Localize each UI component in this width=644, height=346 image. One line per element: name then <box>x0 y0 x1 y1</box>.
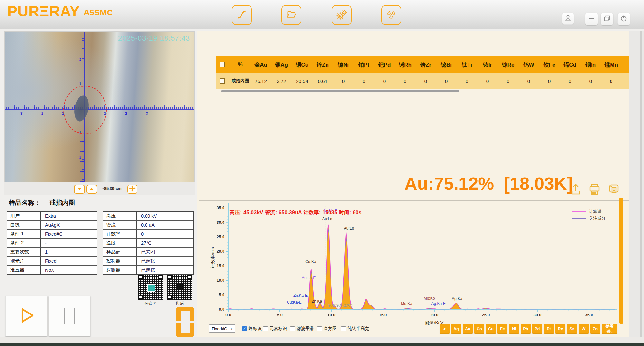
element-column-header: 铑Rh <box>395 61 415 68</box>
chart-option-5[interactable]: 纯银半高宽 <box>341 326 369 332</box>
condition-select-value: Fixed#C <box>212 326 227 331</box>
x-tick-label: 5.0 <box>277 313 282 317</box>
peak-label: Cu:Ka-E <box>287 300 301 305</box>
move-up-button[interactable] <box>86 185 97 194</box>
chart-option-3[interactable]: 滤波平滑 <box>290 326 314 332</box>
element-filter-[interactable]: 参考谱.. <box>602 324 617 334</box>
export-button[interactable] <box>570 183 582 196</box>
service-qr-badge <box>176 284 183 290</box>
y-tick-label: 25.0 <box>217 235 224 239</box>
param-value: Extra <box>41 212 97 220</box>
element-filter-Cu[interactable]: Cu <box>486 324 496 334</box>
results-table-row[interactable]: 戒指内圈 75.123.7220.540.6100000000000000 <box>216 73 629 89</box>
element-column-header: 铟In <box>580 61 601 68</box>
element-filter-Fe[interactable]: Fe <box>497 324 507 334</box>
checkbox-checked-icon[interactable]: ✓ <box>242 326 247 331</box>
element-column-header: 铱Ir <box>477 61 498 68</box>
folder-icon <box>285 8 298 22</box>
xray-source-button[interactable] <box>381 5 401 25</box>
element-column-header: 钨W <box>518 61 539 68</box>
results-table-hscrollbar[interactable] <box>221 90 459 92</box>
chart-vscrollbar[interactable] <box>619 198 623 324</box>
element-filter-Zn[interactable]: Zn <box>590 324 600 334</box>
chart-option-2[interactable]: 元素标识 <box>263 326 287 332</box>
y-tick-label: 30.0 <box>217 220 224 225</box>
calculated-spectrum-line <box>228 225 615 309</box>
h-ruler-number: 3 <box>146 111 148 116</box>
brand: PURΞRAY A5SMC <box>7 4 113 19</box>
param-value: 0.00 kV <box>137 212 193 220</box>
param-row: 曲线AuAgX <box>7 220 97 229</box>
element-filter-Pt[interactable]: Pt <box>544 324 554 334</box>
checkbox-unchecked-icon[interactable] <box>317 326 322 331</box>
chart-option-1[interactable]: ✓峰标识 <box>242 326 262 332</box>
chart-option-4[interactable]: 直方图 <box>317 326 337 332</box>
element-filter->[interactable]: > <box>440 324 450 334</box>
element-column-header: 锌Zn <box>312 61 333 68</box>
pause-measurement-button[interactable] <box>49 296 90 336</box>
start-measurement-button[interactable] <box>5 296 47 336</box>
move-down-button[interactable] <box>74 185 85 194</box>
spectrum-chart[interactable]: 0.05.010.015.020.025.030.035.00.05.010.0… <box>201 198 622 327</box>
app-window: PURΞRAY A5SMC <box>0 0 644 346</box>
element-filter-Co[interactable]: Co <box>474 324 484 334</box>
power-button[interactable] <box>617 13 630 25</box>
sample-name-label: 样品名称： <box>9 198 41 207</box>
select-all-checkbox[interactable] <box>220 62 225 67</box>
checkbox-unchecked-icon[interactable] <box>290 326 295 331</box>
y-tick-label: 0.0 <box>219 307 224 312</box>
camera-view[interactable]: 2025-03-19 18:57:43 321123 2112 <box>4 31 195 182</box>
param-value: Fixed <box>41 257 97 265</box>
element-column-header: 铼Re <box>498 61 518 68</box>
element-column-header: 铁Fe <box>539 61 560 68</box>
minimize-button[interactable] <box>585 13 598 25</box>
arrow-down-icon <box>78 188 81 190</box>
receipt-print-button[interactable] <box>608 183 620 196</box>
element-filter-Pd[interactable]: Pd <box>532 324 542 334</box>
element-filter-Au[interactable]: Au <box>463 324 473 334</box>
service-qr-code <box>167 275 192 300</box>
sample-name-row: 样品名称： 戒指内圈 <box>9 198 75 207</box>
element-filter-W[interactable]: W <box>579 324 589 334</box>
wechat-qr-badge <box>147 284 155 292</box>
settings-button[interactable] <box>332 5 352 25</box>
window-scrollbar[interactable] <box>640 31 642 337</box>
param-value: Fixed#C <box>41 230 97 238</box>
element-column-header: 银Ag <box>271 61 292 68</box>
legend-entry: 关注成分 <box>572 215 606 222</box>
y-tick-label: 5.0 <box>219 293 224 297</box>
param-row: 准直器NoX <box>7 265 97 274</box>
y-tick-label: 35.0 <box>217 206 224 210</box>
element-filter-Sn[interactable]: Sn <box>567 324 577 334</box>
param-row: 滤光片Fixed <box>7 256 97 265</box>
element-filter-Re[interactable]: Re <box>555 324 565 334</box>
instrument-status-table: 高压0.00 kV管流0.0 uA计数率0温度27℃样品盖已关闭控制器已连接探测… <box>103 211 194 275</box>
restore-button[interactable] <box>601 13 613 25</box>
param-label: 用户 <box>7 212 41 220</box>
user-account-button[interactable] <box>562 13 574 25</box>
print-button[interactable] <box>589 183 600 196</box>
condition-select[interactable]: Fixed#C ∨ <box>209 324 235 333</box>
play-icon <box>15 304 38 328</box>
param-label: 条件 2 <box>7 239 41 247</box>
element-column-header: 金Au <box>251 61 271 68</box>
y-tick-label: 20.0 <box>217 249 224 254</box>
open-file-button[interactable] <box>281 5 301 25</box>
calibration-curve-button[interactable] <box>232 5 252 25</box>
element-filter-Ag[interactable]: Ag <box>451 324 461 334</box>
element-filter-Ni[interactable]: Ni <box>509 324 519 334</box>
checkbox-unchecked-icon[interactable] <box>263 326 268 331</box>
param-row: 条件 1Fixed#C <box>7 229 97 238</box>
checkbox-unchecked-icon[interactable] <box>341 326 346 331</box>
element-filter-Pb[interactable]: Pb <box>521 324 531 334</box>
param-row: 重复次数1 <box>7 247 97 256</box>
brand-logo: PURΞRAY <box>7 4 80 19</box>
row-checkbox[interactable] <box>220 78 225 84</box>
element-value-cell: 75.12 <box>251 78 271 84</box>
element-value-cell: 0 <box>436 78 457 84</box>
param-label: 温度 <box>103 239 137 247</box>
row-sample-name: 戒指内圈 <box>230 78 251 84</box>
param-row: 温度27℃ <box>103 238 193 247</box>
center-target-button[interactable] <box>127 185 137 194</box>
checkbox-label: 滤波平滑 <box>297 326 314 332</box>
